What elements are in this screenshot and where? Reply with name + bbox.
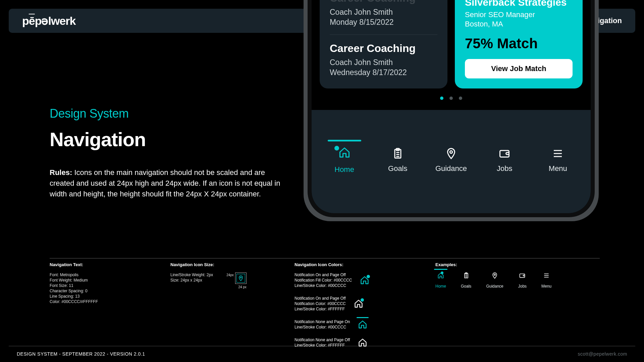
example-nav-label: Jobs xyxy=(518,284,527,289)
dot-3[interactable] xyxy=(459,97,462,100)
example-nav-home[interactable]: Home xyxy=(435,272,446,289)
spec-navigation-icon-size: Navigation Icon Size: Line/Stroke Weight… xyxy=(170,262,274,348)
intro-text-block: Design System Navigation Rules: Icons on… xyxy=(50,107,284,199)
icon-state: Notification On and Page OffNotification… xyxy=(294,272,415,288)
home-icon xyxy=(358,320,367,329)
carousel-dots xyxy=(312,97,591,100)
pin-icon xyxy=(445,147,457,160)
spec-line: Font Size: 11 xyxy=(50,283,150,288)
menu-icon xyxy=(552,147,564,160)
spec-heading: Navigation Icon Colors: xyxy=(294,262,415,267)
notification-dot xyxy=(367,275,370,278)
home-icon xyxy=(338,146,351,159)
nav-menu[interactable]: Menu xyxy=(538,147,578,173)
home-icon xyxy=(354,299,363,308)
icon-state: Notification None and Page OnLine/Stroke… xyxy=(294,319,415,330)
spec-heading: Navigation Text: xyxy=(50,262,150,267)
pin-icon xyxy=(238,275,244,281)
example-nav-jobs[interactable]: Jobs xyxy=(518,272,527,289)
notification-dot xyxy=(361,298,364,302)
coaching-item-1: Coach John Smith Monday 8/15/2022 xyxy=(330,7,437,27)
example-nav-label: Guidance xyxy=(486,284,503,289)
job-match-percent: 75% Match xyxy=(465,36,573,52)
icon-state: Notification None and Page OffLine/Strok… xyxy=(294,337,415,348)
example-nav-label: Goals xyxy=(461,284,471,289)
example-nav-label: Menu xyxy=(541,284,551,289)
nav-label: Guidance xyxy=(435,164,467,173)
nav-guidance[interactable]: Guidance xyxy=(431,147,471,173)
example-nav-guidance[interactable]: Guidance xyxy=(486,272,503,289)
job-role: Senior SEO Manager Boston, MA xyxy=(465,10,573,29)
bottom-nav: Home Goals Guidance Jobs Menu xyxy=(312,110,591,213)
spec-line: Color: #00CCCC/#FFFFFF xyxy=(50,299,150,304)
spec-heading: Examples: xyxy=(435,262,600,267)
spec-heading: Navigation Icon Size: xyxy=(170,262,274,267)
job-match-card: Silverback Strategies Senior SEO Manager… xyxy=(455,0,583,88)
phone-mockup: Guidance › 6 My Jobs › Career Coaching C… xyxy=(304,0,599,221)
nav-label: Goals xyxy=(388,164,407,173)
nav-label: Home xyxy=(334,165,354,174)
coaching-item-2: Coach John Smith Wednesday 8/17/2022 xyxy=(330,57,437,77)
page-title: Navigation xyxy=(50,128,284,150)
rules-label: Rules: xyxy=(50,168,72,177)
home-icon xyxy=(360,276,369,285)
coaching-card: Career Coaching Coach John Smith Monday … xyxy=(320,0,447,88)
wallet-icon xyxy=(498,147,511,160)
example-nav-label: Home xyxy=(435,284,446,289)
spec-row: Navigation Text: Font: MetropolisFont We… xyxy=(50,262,600,348)
footer-divider xyxy=(9,346,635,346)
job-company: Silverback Strategies xyxy=(465,0,573,8)
spec-line: Size: 24px x 24px xyxy=(170,278,213,283)
rules-paragraph: Rules: Icons on the main navigation shou… xyxy=(50,167,284,199)
spec-examples: Examples: HomeGoalsGuidanceJobsMenu xyxy=(435,262,600,348)
view-job-match-button[interactable]: View Job Match xyxy=(465,59,573,78)
icon-state: Notification On and Page OffNotification… xyxy=(294,296,415,312)
spec-divider xyxy=(50,258,600,258)
rules-body: Icons on the main navigation should not … xyxy=(50,168,280,198)
icon-size-diagram: 24px 24 px xyxy=(226,273,247,290)
nav-label: Menu xyxy=(549,164,567,173)
footer-email: scott@pepelwerk.com xyxy=(578,351,627,357)
nav-jobs[interactable]: Jobs xyxy=(484,147,525,173)
spec-navigation-text: Navigation Text: Font: MetropolisFont We… xyxy=(50,262,150,348)
coaching-title-2: Career Coaching xyxy=(330,42,437,55)
notification-dot xyxy=(441,272,443,274)
clipboard-icon xyxy=(392,147,404,160)
footer-version: DESIGN SYSTEM - SEPTEMBER 2022 - VERSION… xyxy=(17,351,145,357)
footer: DESIGN SYSTEM - SEPTEMBER 2022 - VERSION… xyxy=(17,351,627,357)
spec-line: Line Spacing: 13 xyxy=(50,294,150,299)
example-nav-goals[interactable]: Goals xyxy=(461,272,471,289)
nav-label: Jobs xyxy=(497,164,512,173)
spec-line: Line/Stroke Weight: 2px xyxy=(170,272,213,278)
eyebrow: Design System xyxy=(50,107,284,121)
nav-goals[interactable]: Goals xyxy=(378,147,418,173)
dot-1[interactable] xyxy=(440,97,443,100)
brand-logo: pēpəlwerk xyxy=(22,14,75,27)
dot-2[interactable] xyxy=(449,97,453,100)
notification-dot xyxy=(334,146,339,150)
example-nav-menu[interactable]: Menu xyxy=(541,272,551,289)
nav-home[interactable]: Home xyxy=(324,146,365,174)
spec-navigation-icon-colors: Navigation Icon Colors: Notification On … xyxy=(294,262,415,348)
spec-line: Character Spacing: 0 xyxy=(50,288,150,294)
spec-line: Font: Metropolis xyxy=(50,272,150,278)
spec-line: Font Weight: Medium xyxy=(50,278,150,283)
coaching-title-cut: Career Coaching xyxy=(330,0,437,4)
